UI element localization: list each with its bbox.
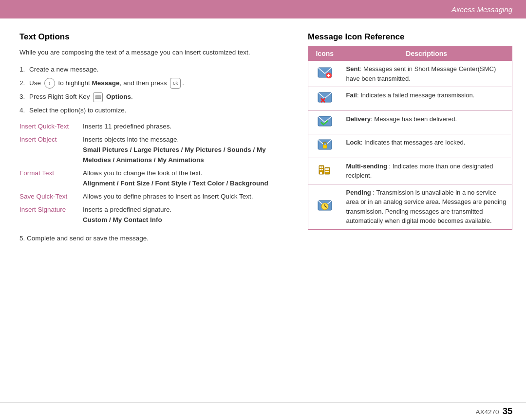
svg-rect-19 bbox=[327, 168, 329, 170]
svg-rect-15 bbox=[321, 169, 323, 170]
footer-text: AX4270 35 bbox=[475, 406, 512, 417]
col-header-icons: Icons bbox=[308, 46, 341, 61]
svg-rect-12 bbox=[319, 166, 321, 168]
option-insert-object: Insert Object Inserts objects into the m… bbox=[19, 133, 288, 167]
right-column: Message Icon Reference Icons Description… bbox=[308, 32, 512, 393]
nav-icon: ↕ bbox=[44, 78, 55, 89]
main-content: Text Options While you are composing the… bbox=[0, 18, 526, 402]
option-name-iqt: Insert Quick-Text bbox=[19, 120, 83, 133]
step-4: 4. Select the option(s) to customize. bbox=[19, 105, 288, 116]
option-name-io: Insert Object bbox=[19, 133, 83, 167]
row-pending: Pending : Transmission is unavailable in… bbox=[308, 184, 512, 229]
ok-icon: ok bbox=[170, 78, 181, 89]
row-lock: Lock: Indicates that messages are locked… bbox=[308, 134, 512, 158]
ref-table: Icons Descriptions bbox=[308, 46, 512, 230]
header-title: Axcess Messaging bbox=[451, 5, 512, 14]
option-desc-iqt: Inserts 11 predefined phrases. bbox=[83, 120, 288, 133]
option-name-is: Insert Signature bbox=[19, 203, 83, 227]
option-insert-quick-text: Insert Quick-Text Inserts 11 predefined … bbox=[19, 120, 288, 133]
step-1: 1. Create a new message. bbox=[19, 64, 288, 75]
icon-fail bbox=[308, 87, 341, 111]
options-table: Insert Quick-Text Inserts 11 predefined … bbox=[19, 120, 288, 226]
intro-text: While you are composing the text of a me… bbox=[19, 48, 288, 57]
icon-pending bbox=[308, 184, 341, 229]
svg-rect-20 bbox=[325, 171, 327, 172]
svg-rect-16 bbox=[320, 172, 322, 174]
ref-table-header: Icons Descriptions bbox=[308, 46, 512, 61]
svg-rect-9 bbox=[323, 145, 327, 148]
steps-list: 1. Create a new message. 2. Use ↕ to hig… bbox=[19, 64, 288, 115]
left-section-title: Text Options bbox=[19, 32, 288, 42]
softkey-icon: ⌨ bbox=[93, 92, 103, 102]
left-column: Text Options While you are composing the… bbox=[19, 32, 288, 393]
option-name-ft: Format Text bbox=[19, 167, 83, 190]
option-desc-ft: Allows you to change the look of the tex… bbox=[83, 167, 288, 190]
option-desc-io: Inserts objects into the message. Small … bbox=[83, 133, 288, 167]
step-2: 2. Use ↕ to highlight Message, and then … bbox=[19, 78, 288, 89]
icon-delivery bbox=[308, 110, 341, 134]
icon-lock bbox=[308, 134, 341, 158]
svg-rect-18 bbox=[325, 168, 327, 170]
desc-delivery: Delivery: Message has been delivered. bbox=[341, 110, 512, 134]
option-insert-signature: Insert Signature Inserts a predefined si… bbox=[19, 203, 288, 227]
svg-rect-14 bbox=[319, 169, 321, 170]
step-3: 3. Press Right Soft Key ⌨ Options. bbox=[19, 91, 288, 102]
header-bar: Axcess Messaging bbox=[0, 0, 526, 18]
desc-lock: Lock: Indicates that messages are locked… bbox=[341, 134, 512, 158]
option-save-quick-text: Save Quick-Text Allows you to define phr… bbox=[19, 190, 288, 203]
icon-multi bbox=[308, 158, 341, 184]
desc-sent: Sent: Messages sent in Short Message Cen… bbox=[341, 61, 512, 87]
col-header-desc: Descriptions bbox=[341, 46, 512, 61]
desc-fail: Fail: Indicates a failed message transmi… bbox=[341, 87, 512, 111]
desc-multi: Multi-sending : Indicates more than one … bbox=[341, 158, 512, 184]
option-desc-is: Inserts a predefined signature. Custom /… bbox=[83, 203, 288, 227]
step-5: 5. Complete and send or save the message… bbox=[19, 234, 288, 243]
option-format-text: Format Text Allows you to change the loo… bbox=[19, 167, 288, 190]
right-section-title: Message Icon Reference bbox=[308, 32, 512, 42]
desc-pending: Pending : Transmission is unavailable in… bbox=[341, 184, 512, 229]
row-fail: Fail: Indicates a failed message transmi… bbox=[308, 87, 512, 111]
option-name-sqt: Save Quick-Text bbox=[19, 190, 83, 203]
row-multi: Multi-sending : Indicates more than one … bbox=[308, 158, 512, 184]
icon-sent bbox=[308, 61, 341, 87]
row-sent: Sent: Messages sent in Short Message Cen… bbox=[308, 61, 512, 87]
footer-bar: AX4270 35 bbox=[0, 402, 526, 420]
svg-rect-21 bbox=[327, 171, 329, 172]
svg-rect-13 bbox=[321, 166, 323, 168]
row-delivery: Delivery: Message has been delivered. bbox=[308, 110, 512, 134]
option-desc-sqt: Allows you to define phrases to insert a… bbox=[83, 190, 288, 203]
